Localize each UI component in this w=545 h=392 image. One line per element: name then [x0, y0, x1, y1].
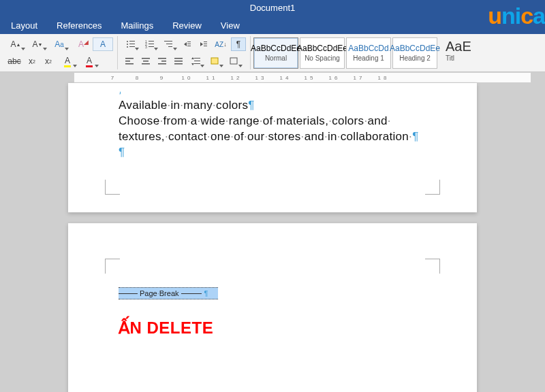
font-group: A▲ A▼ Aa A◢ A abc x2 x2 A A — [1, 36, 118, 69]
titlebar: Document1 — [0, 0, 545, 16]
styles-pane-button[interactable]: A — [93, 37, 113, 51]
ruler-mark: 15 — [298, 75, 322, 81]
font-size-decrease-button[interactable]: A▼ — [27, 37, 48, 51]
ruler-mark: 9 — [151, 75, 175, 81]
svg-rect-31 — [158, 63, 166, 65]
align-left-button[interactable] — [122, 54, 137, 68]
borders-button[interactable] — [225, 54, 243, 68]
style-card-heading-2[interactable]: AaBbCcDdEeHeading 2 — [392, 37, 437, 69]
strikethrough-button[interactable]: abc — [5, 54, 23, 68]
ruler-mark: 17 — [347, 75, 371, 81]
svg-point-4 — [127, 46, 128, 48]
document-body-text[interactable]: Available·in·many·colors¶ Choose·from·a·… — [119, 98, 436, 161]
subscript-button[interactable]: x2 — [25, 54, 40, 68]
style-sample: AaBbCcDdEe — [390, 44, 440, 53]
justify-button[interactable] — [171, 54, 186, 68]
svg-rect-5 — [129, 46, 135, 47]
svg-rect-32 — [174, 58, 183, 59]
style-card-normal[interactable]: AaBbCcDdEeNormal — [253, 37, 298, 69]
svg-rect-30 — [161, 61, 166, 62]
style-card-heading-1[interactable]: AaBbCcDdHeading 1 — [346, 37, 391, 69]
svg-rect-17 — [187, 44, 191, 44]
svg-rect-1 — [129, 41, 135, 42]
ruler-mark: 11 — [200, 75, 224, 81]
svg-rect-11 — [149, 46, 154, 47]
svg-rect-34 — [174, 63, 183, 65]
style-label: Heading 1 — [353, 54, 384, 62]
tab-mark-icon: ⸥ — [119, 87, 121, 95]
sort-button[interactable]: AZ↓ — [212, 37, 230, 51]
style-sample: AaBbCcDd — [348, 44, 388, 53]
bullets-button[interactable] — [122, 37, 140, 51]
ribbon: A▲ A▼ Aa A◢ A abc x2 x2 A A 123 AZ↓ ¶ — [0, 34, 545, 72]
svg-rect-18 — [187, 46, 191, 46]
font-size-increase-button[interactable]: A▲ — [5, 37, 26, 51]
menubar-item-review[interactable]: Review — [163, 18, 211, 33]
styles-group: AaBbCcDdEeNormalAaBbCcDdEeNo SpacingAaBb… — [251, 36, 441, 69]
font-color-button[interactable]: A — [79, 54, 99, 68]
ruler-mark: 13 — [249, 75, 273, 81]
svg-rect-21 — [204, 44, 207, 44]
align-right-button[interactable] — [155, 54, 170, 68]
ruler-mark: 14 — [273, 75, 298, 81]
ruler-mark: 16 — [322, 75, 347, 81]
svg-point-2 — [127, 44, 128, 45]
style-label: No Spacing — [305, 54, 340, 62]
margin-mark-icon — [105, 180, 120, 195]
svg-rect-7 — [149, 41, 154, 42]
margin-mark-icon — [105, 259, 120, 274]
svg-rect-9 — [149, 44, 154, 44]
page-1[interactable]: ⸥ Available·in·many·colors¶ Choose·from·… — [68, 83, 477, 212]
menubar-item-layout[interactable]: Layout — [1, 18, 47, 33]
style-sample: AaBbCcDdEe — [251, 44, 301, 53]
svg-point-0 — [127, 41, 128, 42]
show-paragraph-marks-button[interactable]: ¶ — [231, 37, 246, 51]
ruler-mark: 12 — [224, 75, 249, 81]
change-case-button[interactable]: Aa — [49, 37, 69, 51]
svg-rect-14 — [168, 46, 172, 47]
svg-rect-22 — [204, 46, 207, 46]
svg-rect-12 — [164, 41, 172, 42]
superscript-button[interactable]: x2 — [41, 54, 56, 68]
page-break-selection[interactable]: Page·Break ¶ — [119, 287, 218, 299]
svg-rect-3 — [129, 44, 135, 44]
menubar-item-mailings[interactable]: Mailings — [112, 18, 164, 33]
document-canvas: 789101112131415161718 ⸥ Available·in·man… — [0, 72, 545, 392]
ruler-mark: 7 — [102, 75, 126, 81]
svg-rect-41 — [230, 58, 237, 64]
multilevel-list-button[interactable] — [160, 37, 178, 51]
svg-text:3: 3 — [145, 45, 147, 48]
svg-rect-27 — [143, 61, 149, 62]
page-2[interactable]: Page·Break ¶ ẤN DELETE — [68, 223, 477, 392]
clear-formatting-button[interactable]: A◢ — [71, 37, 91, 51]
svg-rect-23 — [125, 58, 134, 59]
line-spacing-button[interactable] — [187, 54, 205, 68]
svg-rect-26 — [142, 58, 150, 59]
svg-rect-37 — [194, 63, 200, 64]
numbering-button[interactable]: 123 — [141, 37, 159, 51]
align-center-button[interactable] — [138, 54, 153, 68]
increase-indent-button[interactable] — [196, 37, 211, 51]
annotation-press-delete: ẤN DELETE — [119, 318, 213, 338]
margin-mark-icon — [425, 180, 440, 195]
horizontal-ruler[interactable]: 789101112131415161718 — [74, 72, 531, 83]
svg-marker-39 — [191, 63, 194, 65]
menubar-item-references[interactable]: References — [47, 18, 111, 33]
svg-rect-13 — [166, 44, 172, 44]
style-label: Normal — [265, 54, 287, 62]
paragraph-group: 123 AZ↓ ¶ — [118, 36, 251, 69]
svg-rect-25 — [125, 63, 134, 65]
menubar-item-view[interactable]: View — [211, 18, 249, 33]
highlight-color-button[interactable]: A — [57, 54, 78, 68]
svg-rect-40 — [211, 58, 218, 64]
svg-marker-19 — [200, 42, 203, 46]
style-label: Heading 2 — [399, 54, 431, 62]
svg-rect-29 — [158, 58, 166, 59]
title-style-card[interactable]: AaE Titl — [441, 36, 476, 69]
svg-rect-20 — [204, 42, 207, 42]
shading-button[interactable] — [206, 54, 224, 68]
ruler-mark: 10 — [175, 75, 200, 81]
svg-marker-38 — [191, 57, 194, 59]
style-card-no-spacing[interactable]: AaBbCcDdEeNo Spacing — [300, 37, 345, 69]
decrease-indent-button[interactable] — [179, 37, 194, 51]
